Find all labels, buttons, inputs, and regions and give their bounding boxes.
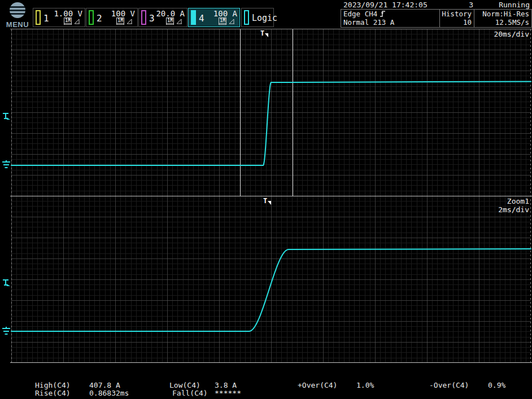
channel-1-scale: 1.00 V — [54, 9, 82, 18]
impedance-1M-icon: 1M — [116, 17, 124, 25]
zoom-window-name: Zoom1 — [507, 197, 529, 205]
grid-left-border — [11, 29, 12, 362]
grid-bottom-border — [10, 362, 532, 363]
channel-3-scale: 20.0 A — [156, 9, 185, 18]
coupling-icon — [127, 19, 133, 25]
impedance-1M-icon: 1M — [64, 17, 72, 25]
channel-3-icons: 1M — [166, 17, 182, 25]
channel-1-number: 1 — [43, 13, 49, 24]
logic-control[interactable]: Logic — [241, 8, 274, 27]
channel-2-icons: 1M — [116, 17, 133, 25]
history-box[interactable]: History 10 — [439, 9, 474, 28]
channel-2-scale: 100 V — [111, 9, 135, 18]
hamburger-menu-icon — [10, 2, 25, 18]
channel-2-control[interactable]: 2 100 V 1M — [86, 8, 138, 27]
channel-4-bracket-icon — [191, 10, 196, 25]
measurement-nover: -Over(C4)0.9% — [429, 381, 505, 389]
grid-right-border — [530, 29, 531, 362]
channel-4-control[interactable]: 4 100 A 1M — [188, 8, 240, 27]
status-info-panel: 2023/09/21 17:42:05 3 Running Edge CH4 N… — [339, 0, 532, 28]
trigger-setting: Normal 213 A — [343, 18, 394, 27]
acquisition-box[interactable]: Norm:Hi-Res 12.5MS/s — [474, 9, 532, 28]
channel-3-bracket-icon — [141, 10, 146, 25]
zoom-timebase-label: 2ms/div — [498, 205, 529, 214]
impedance-1M-icon: 1M — [219, 17, 226, 25]
ground-level-icon[interactable] — [2, 160, 11, 169]
logic-bracket-icon — [244, 10, 249, 25]
coupling-icon — [229, 19, 235, 25]
trigger-position-icon[interactable]: T — [260, 29, 268, 37]
zoom-waveform-grid — [11, 196, 531, 362]
menu-button[interactable]: MENU — [3, 1, 32, 28]
acquisition-count: 3 — [469, 1, 473, 9]
trigger-settings-box[interactable]: Edge CH4 Normal 213 A — [341, 9, 440, 28]
grid-top-border — [10, 29, 532, 29]
status-row: 2023/09/21 17:42:05 3 Running — [339, 0, 532, 10]
history-value: 10 — [463, 18, 472, 27]
datetime: 2023/09/21 17:42:05 — [343, 1, 428, 9]
sample-rate: 12.5MS/s — [495, 18, 529, 27]
window-separator — [10, 196, 532, 196]
run-state: Running — [499, 1, 530, 9]
channel-3-control[interactable]: 3 20.0 A 1M — [138, 8, 187, 27]
zoom-region-left-cursor[interactable] — [240, 29, 241, 196]
coupling-icon — [176, 19, 182, 25]
trigger-level-icon[interactable] — [2, 279, 11, 288]
channel-1-control[interactable]: 1 1.00 V 1M — [33, 8, 85, 27]
channel-2-number: 2 — [97, 13, 102, 24]
measurement-low: Low(C4)3.8 A — [169, 381, 237, 389]
measurement-rise: Rise(C4)0.86832ms — [35, 389, 129, 397]
main-waveform-grid — [11, 29, 531, 196]
impedance-1M-icon: 1M — [166, 17, 174, 25]
history-label: History — [442, 10, 472, 18]
measurement-pover: +Over(C4)1.0% — [298, 381, 374, 389]
channel-1-bracket-icon — [36, 10, 41, 25]
trigger-mode: Edge CH4 — [343, 10, 386, 18]
oscilloscope-screen: MENU 1 1.00 V 1M 2 100 V 1M 3 20.0 A 1M … — [0, 0, 532, 399]
zoom-region-right-cursor[interactable] — [293, 29, 293, 196]
ground-level-icon[interactable] — [2, 327, 11, 336]
channel-4-icons: 1M — [219, 17, 235, 25]
acquisition-mode: Norm:Hi-Res — [482, 10, 529, 18]
menu-label: MENU — [3, 20, 32, 29]
trigger-level-icon[interactable] — [2, 112, 11, 121]
channel-4-number: 4 — [199, 13, 204, 24]
coupling-icon — [74, 19, 80, 25]
channel-3-number: 3 — [149, 13, 155, 24]
trigger-position-icon[interactable]: T — [263, 197, 271, 205]
main-timebase-label: 20ms/div — [494, 30, 529, 38]
channel-1-icons: 1M — [64, 17, 80, 25]
logic-label: Logic — [252, 13, 277, 23]
rising-edge-icon — [380, 10, 386, 17]
channel-2-bracket-icon — [89, 10, 94, 25]
measurement-high: High(C4)407.8 A — [35, 381, 120, 389]
measurement-fall: Fall(C4)****** — [172, 389, 241, 397]
channel-4-scale: 100 A — [213, 9, 237, 18]
